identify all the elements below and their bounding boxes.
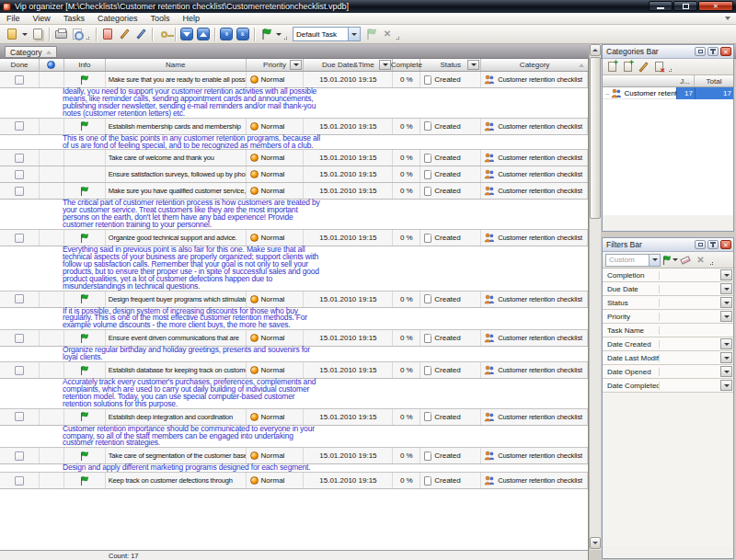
toolbar-overflow-icon[interactable] [669, 69, 672, 72]
toolbar-overflow-icon[interactable] [397, 37, 399, 40]
duplicate-task-button[interactable] [29, 26, 46, 42]
filter-dropdown-button[interactable] [720, 297, 732, 308]
filter-row-task-name[interactable]: Task Name [603, 324, 733, 337]
panel-pin-button[interactable] [707, 47, 719, 56]
scroll-up-button[interactable] [590, 44, 601, 56]
task-name-cell[interactable]: Ensure satisfaction surveys, followed up… [106, 166, 247, 182]
toolbar-overflow-icon[interactable] [284, 37, 287, 40]
filter-preset-combobox[interactable]: Custom [605, 254, 661, 267]
done-checkbox[interactable] [15, 366, 24, 375]
filter-dropdown-button[interactable] [720, 338, 732, 349]
maximize-button[interactable] [673, 1, 697, 11]
task-name-cell[interactable]: Organize good technical support and advi… [106, 230, 247, 246]
scrollbar-thumb[interactable] [590, 57, 601, 219]
flag-button[interactable] [258, 26, 274, 42]
task-row[interactable]: Take care of welcome and thank youNormal… [0, 150, 588, 166]
task-name-cell[interactable]: Design frequent buyer programs which sti… [106, 291, 247, 307]
done-checkbox[interactable] [15, 334, 24, 343]
task-name-cell[interactable]: Establish database for keeping track on … [106, 362, 247, 378]
filter-dropdown-button[interactable] [720, 283, 732, 294]
task-type-combobox[interactable]: Default Task [293, 27, 361, 41]
filter-row-completion[interactable]: Completion [603, 269, 733, 282]
close-button[interactable]: ✕ [698, 1, 733, 11]
move-task-up-button[interactable] [195, 26, 212, 42]
print-button[interactable] [52, 26, 69, 42]
clear-filter-button[interactable] [678, 253, 692, 267]
print-preview-button[interactable] [69, 26, 86, 42]
column-header-j[interactable]: J... [676, 75, 695, 86]
done-checkbox[interactable] [15, 412, 24, 421]
column-header-complete[interactable]: Complete [393, 59, 420, 71]
filter-row-status[interactable]: Status [603, 296, 733, 310]
category-row[interactable]: – Customer retention checklist 17 17 [603, 87, 733, 99]
delete-category-button[interactable] [652, 60, 666, 74]
filter-row-date-last-modified[interactable]: Date Last Modified [603, 351, 733, 365]
done-checkbox[interactable] [15, 476, 24, 486]
panel-close-button[interactable]: ✕ [720, 47, 731, 56]
tree-expander-icon[interactable]: – [605, 89, 609, 97]
menu-help[interactable]: Help [176, 14, 206, 23]
filter-row-priority[interactable]: Priority [603, 310, 733, 324]
task-name-cell[interactable]: Establish membership cards and membershi… [106, 119, 247, 134]
minimize-button[interactable] [649, 1, 673, 11]
done-checkbox[interactable] [15, 170, 24, 179]
filter-row-date-created[interactable]: Date Created [603, 337, 733, 351]
move-task-down-button[interactable] [178, 26, 195, 42]
task-row[interactable]: Ensure satisfaction surveys, followed up… [0, 166, 588, 183]
filter-dropdown-button[interactable] [720, 352, 732, 363]
filter-row-date-completed[interactable]: Date Completed [603, 379, 733, 393]
filter-row-date-opened[interactable]: Date Opened [603, 365, 733, 379]
task-row[interactable]: Keep track on customer defections throug… [0, 473, 588, 489]
new-task-button[interactable] [4, 26, 20, 42]
menu-file[interactable]: File [0, 14, 27, 23]
toolbar-overflow-icon[interactable] [86, 37, 89, 40]
column-header-name[interactable]: Name [106, 59, 247, 71]
done-checkbox[interactable] [15, 154, 24, 163]
task-row[interactable]: Establish membership cards and membershi… [0, 119, 588, 135]
task-name-cell[interactable]: Make sure that you are ready to enable a… [106, 72, 247, 87]
filter-dropdown-button[interactable] [720, 269, 732, 280]
collapse-all-button[interactable]: » [235, 26, 251, 42]
remove-template-button[interactable]: ✕ [379, 26, 396, 42]
add-category-button[interactable] [605, 60, 619, 74]
apply-filter-button[interactable] [662, 253, 676, 267]
task-row[interactable]: Establish deep integration and coordinat… [0, 409, 588, 426]
status-filter-button[interactable] [467, 60, 479, 70]
filter-dropdown-button[interactable] [720, 311, 732, 322]
menu-tasks[interactable]: Tasks [57, 14, 91, 23]
done-checkbox[interactable] [15, 187, 24, 196]
expand-all-button[interactable]: » [218, 26, 235, 42]
edit-task-button[interactable] [116, 26, 132, 42]
menu-view[interactable]: View [27, 14, 57, 23]
column-header-total[interactable]: Total [695, 75, 733, 86]
combobox-dropdown-button[interactable] [348, 28, 360, 40]
new-task-dropdown-button[interactable] [20, 26, 29, 42]
grid-vertical-scrollbar[interactable] [589, 44, 601, 550]
done-checkbox[interactable] [15, 294, 24, 303]
column-header-attention[interactable] [40, 59, 64, 71]
hide-task-button[interactable] [155, 26, 172, 42]
column-header-category[interactable]: Category [481, 59, 588, 71]
column-header-done[interactable]: Done [0, 59, 40, 71]
filter-dropdown-button[interactable] [720, 380, 732, 391]
scroll-down-button[interactable] [590, 537, 601, 549]
task-name-cell[interactable]: Make sure you have qualified customer se… [106, 183, 247, 199]
toolbar-overflow-icon[interactable] [710, 262, 713, 265]
panel-close-button[interactable]: ✕ [720, 240, 731, 249]
task-name-cell[interactable]: Take care of segmentation of the custome… [106, 448, 247, 463]
done-checkbox[interactable] [15, 75, 24, 85]
column-header-info[interactable]: Info [64, 59, 106, 71]
done-checkbox[interactable] [15, 451, 24, 461]
done-checkbox[interactable] [15, 234, 24, 243]
combobox-dropdown-button[interactable] [649, 255, 660, 266]
menu-categories[interactable]: Categories [91, 14, 144, 23]
delete-task-button[interactable] [99, 26, 116, 42]
done-checkbox[interactable] [15, 121, 24, 131]
panel-pin-button[interactable] [707, 240, 719, 249]
task-row[interactable]: Design frequent buyer programs which sti… [0, 291, 588, 308]
filter-row-due-date[interactable]: Due Date [603, 282, 733, 296]
task-name-cell[interactable]: Ensure event driven communications that … [106, 330, 247, 346]
column-header-status[interactable]: Status [420, 59, 481, 71]
panel-position-button[interactable] [695, 47, 706, 56]
column-header-priority[interactable]: Priority [247, 59, 305, 71]
